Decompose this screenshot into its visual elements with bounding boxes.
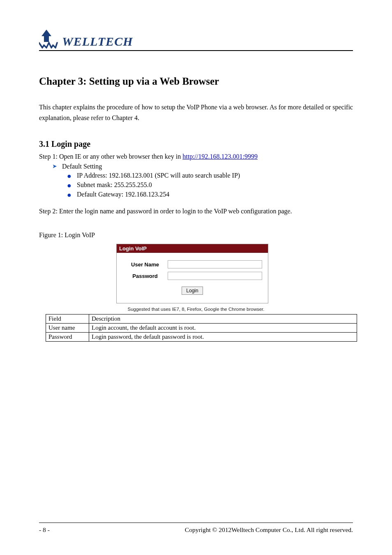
table-row: Field Description bbox=[46, 314, 357, 324]
login-panel-header: Login VoIP bbox=[117, 244, 268, 253]
default-setting-row: ➤ Default Setting bbox=[52, 163, 353, 170]
arrow-icon: ➤ bbox=[52, 163, 60, 170]
login-panel-body: User Name Password Login bbox=[117, 253, 268, 303]
brand-arrow-icon bbox=[39, 29, 60, 49]
page-number: - 8 - bbox=[39, 526, 50, 534]
bullet-ip: ● IP Address: 192.168.123.001 (SPC will … bbox=[67, 172, 353, 180]
page-content: WELLTECH Chapter 3: Setting up via a Web… bbox=[0, 0, 392, 358]
figure-caption: Figure 1: Login VoIP bbox=[39, 231, 353, 239]
default-setting-label: Default Setting bbox=[62, 163, 102, 170]
default-url-link[interactable]: http://192.168.123.001:9999 bbox=[182, 153, 258, 160]
copyright-text: Copyright © 2012Welltech Computer Co., L… bbox=[185, 526, 353, 534]
step2-text: Step 2: Enter the login name and passwor… bbox=[39, 208, 353, 215]
field-description-table: Field Description User name Login accoun… bbox=[46, 314, 357, 342]
bullet-ip-text: IP Address: 192.168.123.001 (SPC will au… bbox=[77, 172, 240, 179]
table-row: Password Login password, the default pas… bbox=[46, 333, 357, 342]
table-cell-field: User name bbox=[46, 324, 89, 333]
table-cell-field: Password bbox=[46, 333, 89, 342]
bullet-mask: ● Subnet mask: 255.255.255.0 bbox=[67, 181, 353, 190]
brand-logo: WELLTECH bbox=[39, 29, 353, 49]
username-label: User Name bbox=[122, 261, 168, 268]
footer-row: - 8 - Copyright © 2012Welltech Computer … bbox=[39, 526, 353, 534]
login-button[interactable]: Login bbox=[182, 287, 203, 295]
browser-suggestion: Suggested that uses IE7, 8, Firefox, Goo… bbox=[39, 307, 353, 312]
password-input[interactable] bbox=[168, 272, 262, 280]
username-input[interactable] bbox=[168, 260, 262, 268]
bullet-mask-text: Subnet mask: 255.255.255.0 bbox=[77, 181, 152, 188]
login-box: Login VoIP User Name Password Login bbox=[116, 244, 268, 303]
table-cell-desc: Description bbox=[89, 314, 357, 324]
bullet-dot-icon: ● bbox=[67, 172, 75, 180]
table-row: User name Login account, the default acc… bbox=[46, 324, 357, 333]
username-row: User Name bbox=[122, 260, 262, 268]
table-cell-field: Field bbox=[46, 314, 89, 324]
footer-divider bbox=[39, 523, 353, 523]
bullet-gateway: ● Default Gateway: 192.168.123.254 bbox=[67, 191, 353, 199]
table-cell-desc: Login password, the default password is … bbox=[89, 333, 357, 342]
bullet-gateway-text: Default Gateway: 192.168.123.254 bbox=[77, 191, 169, 198]
login-figure: Login VoIP User Name Password Login bbox=[116, 244, 268, 303]
brand-name: WELLTECH bbox=[62, 35, 133, 49]
chapter-title: Chapter 3: Setting up via a Web Browser bbox=[39, 76, 353, 87]
intro-paragraph: This chapter explains the procedure of h… bbox=[39, 102, 353, 123]
password-label: Password bbox=[122, 273, 168, 279]
password-row: Password bbox=[122, 272, 262, 280]
bullet-dot-icon: ● bbox=[67, 181, 75, 190]
page-footer: - 8 - Copyright © 2012Welltech Computer … bbox=[39, 523, 353, 534]
step1-text: Step 1: Open IE or any other web browser… bbox=[39, 153, 182, 160]
default-bullets: ● IP Address: 192.168.123.001 (SPC will … bbox=[67, 172, 353, 199]
bullet-dot-icon: ● bbox=[67, 191, 75, 199]
header-divider bbox=[39, 50, 353, 51]
table-cell-desc: Login account, the default account is ro… bbox=[89, 324, 357, 333]
step1: Step 1: Open IE or any other web browser… bbox=[39, 153, 353, 160]
section-heading: 3.1 Login page bbox=[39, 139, 353, 149]
login-button-row: Login bbox=[122, 287, 262, 295]
